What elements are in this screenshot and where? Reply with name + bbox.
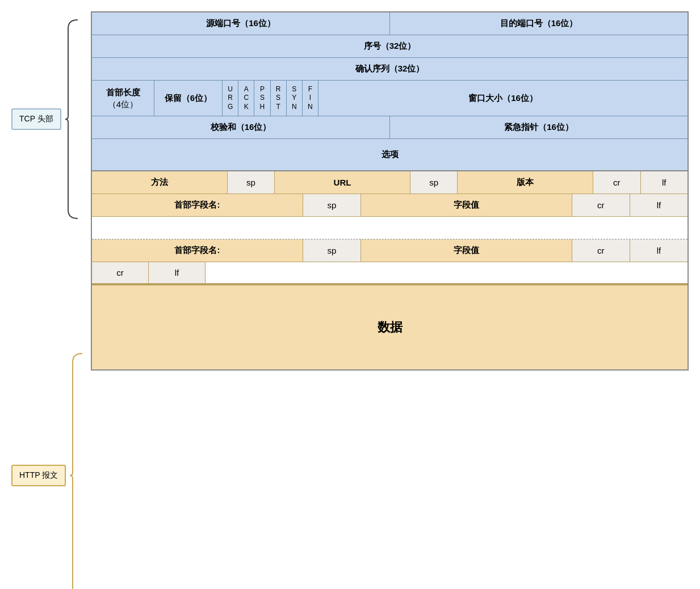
lf4-cell: lf bbox=[149, 262, 206, 283]
http-label-group: HTTP 报文 bbox=[11, 351, 91, 589]
tcp-row-seq: 序号（32位） bbox=[92, 35, 688, 58]
flag-ack: A C K bbox=[238, 81, 254, 116]
field-value2-cell: 字段值 bbox=[361, 239, 572, 262]
urgent-cell: 紧急指针（16位） bbox=[390, 116, 688, 138]
tcp-row-ack: 确认序列（32位） bbox=[92, 58, 688, 81]
options-cell: 选项 bbox=[92, 139, 688, 170]
header-name2-cell: 首部字段名: bbox=[92, 239, 303, 262]
window-cell: 窗口大小（16位） bbox=[318, 81, 688, 116]
dest-port-cell: 目的端口号（16位） bbox=[390, 12, 688, 35]
labels-column: TCP 头部 HTTP 报文 bbox=[11, 11, 91, 589]
lf2-cell: lf bbox=[630, 194, 688, 216]
http-row-empty-line: cr lf bbox=[92, 262, 688, 284]
header-len-bits: （4位） bbox=[108, 98, 138, 110]
url-cell: URL bbox=[275, 171, 410, 193]
http-label: HTTP 报文 bbox=[11, 465, 66, 486]
tcp-section: 源端口号（16位） 目的端口号（16位） 序号（32位） 确认序列（32位） 首… bbox=[92, 12, 688, 171]
dashed-separator bbox=[92, 217, 688, 239]
main-diagram: 源端口号（16位） 目的端口号（16位） 序号（32位） 确认序列（32位） 首… bbox=[91, 11, 689, 371]
cr4-cell: cr bbox=[92, 262, 149, 283]
sp3-cell: sp bbox=[303, 194, 361, 216]
lf3-cell: lf bbox=[630, 239, 688, 262]
http-row-request-line: 方法 sp URL sp 版本 cr lf bbox=[92, 171, 688, 194]
sp1-cell: sp bbox=[228, 171, 275, 193]
data-section: 数据 bbox=[92, 284, 688, 369]
flag-urg: U R G bbox=[223, 81, 238, 116]
reserved-cell: 保留（6位） bbox=[154, 81, 223, 116]
tcp-brace bbox=[64, 17, 81, 221]
tcp-row-options: 选项 bbox=[92, 139, 688, 170]
seq-cell: 序号（32位） bbox=[92, 35, 688, 57]
cr1-cell: cr bbox=[593, 171, 641, 193]
data-label: 数据 bbox=[378, 319, 403, 336]
lf1-cell: lf bbox=[641, 171, 688, 193]
field-value1-cell: 字段值 bbox=[361, 194, 572, 216]
empty-spacer bbox=[206, 262, 688, 283]
ack-cell: 确认序列（32位） bbox=[92, 58, 688, 80]
tcp-label-group: TCP 头部 bbox=[11, 17, 91, 221]
tcp-label: TCP 头部 bbox=[11, 108, 61, 130]
tcp-row-checksum: 校验和（16位） 紧急指针（16位） bbox=[92, 116, 688, 139]
http-section: 方法 sp URL sp 版本 cr lf 首部字段名: sp 字段值 cr l… bbox=[92, 171, 688, 369]
diagram-container: TCP 头部 HTTP 报文 源端口号（16位） 目的端口号（16位） bbox=[11, 11, 689, 589]
header-len-cell: 首部长度 （4位） bbox=[92, 81, 154, 116]
cr2-cell: cr bbox=[572, 194, 630, 216]
flags-group: U R G A C K P S H R S T S Y N F I N bbox=[223, 81, 318, 116]
main-content: 源端口号（16位） 目的端口号（16位） 序号（32位） 确认序列（32位） 首… bbox=[91, 11, 689, 589]
tcp-row-flags: 首部长度 （4位） 保留（6位） U R G A C K P S H R S T… bbox=[92, 81, 688, 116]
flag-fin: F I N bbox=[303, 81, 318, 116]
source-port-cell: 源端口号（16位） bbox=[92, 12, 390, 35]
http-brace bbox=[68, 351, 85, 589]
cr3-cell: cr bbox=[572, 239, 630, 262]
flag-syn: S Y N bbox=[287, 81, 303, 116]
header-name1-cell: 首部字段名: bbox=[92, 194, 303, 216]
header-len-label: 首部长度 bbox=[106, 86, 140, 98]
sp4-cell: sp bbox=[303, 239, 361, 262]
http-row-header1: 首部字段名: sp 字段值 cr lf bbox=[92, 194, 688, 217]
sp2-cell: sp bbox=[410, 171, 458, 193]
flag-rst: R S T bbox=[271, 81, 287, 116]
tcp-row-ports: 源端口号（16位） 目的端口号（16位） bbox=[92, 12, 688, 35]
checksum-cell: 校验和（16位） bbox=[92, 116, 390, 138]
flag-psh: P S H bbox=[254, 81, 270, 116]
method-cell: 方法 bbox=[92, 171, 228, 193]
version-cell: 版本 bbox=[458, 171, 593, 193]
http-row-header2: 首部字段名: sp 字段值 cr lf bbox=[92, 239, 688, 262]
